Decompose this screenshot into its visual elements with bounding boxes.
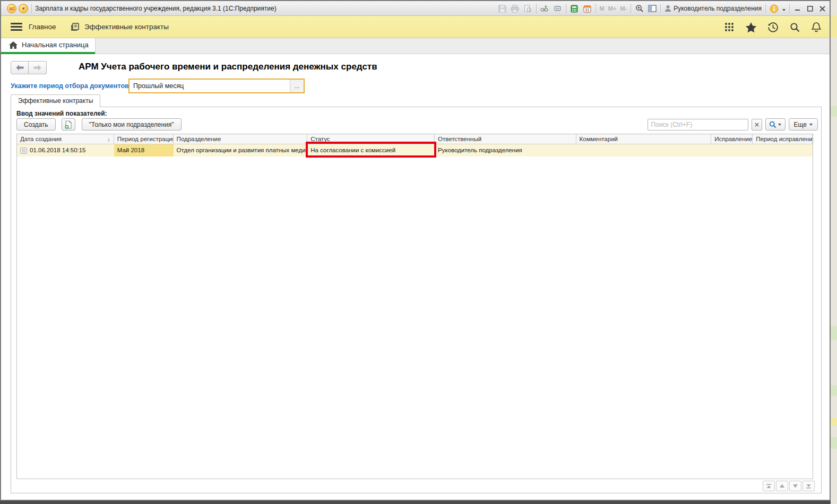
divider bbox=[596, 4, 596, 13]
maximize-button[interactable] bbox=[806, 4, 814, 13]
split-view-icon[interactable] bbox=[648, 4, 657, 13]
history-nav-group bbox=[11, 61, 47, 74]
info-chevron-icon[interactable] bbox=[782, 9, 786, 11]
close-button[interactable] bbox=[818, 4, 826, 13]
divider bbox=[536, 4, 537, 13]
background-window-sliver bbox=[831, 0, 837, 504]
calc-memory-add-button[interactable]: M+ bbox=[608, 5, 617, 12]
title-bar: 1С ▼ Зарплата и кадры государственного у… bbox=[1, 1, 830, 16]
documents-table: Дата создания ↓ Период регистрации Подра… bbox=[16, 134, 813, 479]
cell-department[interactable]: Отдел организации и развития платных мед… bbox=[174, 144, 308, 157]
search-icon[interactable] bbox=[789, 21, 800, 33]
cell-created[interactable]: 01.06.2018 14:50:15 bbox=[17, 144, 114, 157]
create-button[interactable]: Создать bbox=[16, 118, 56, 131]
save-icon[interactable] bbox=[498, 4, 507, 13]
divider bbox=[660, 4, 661, 13]
divider bbox=[31, 4, 32, 13]
user-icon bbox=[665, 5, 671, 12]
app-bar: Главное Эффективные контракты bbox=[1, 16, 830, 38]
period-filter-label: Укажите период отбора документов: bbox=[11, 82, 131, 90]
more-button[interactable]: Еще bbox=[789, 118, 818, 131]
chevron-down-icon bbox=[809, 124, 813, 126]
tab-effective-contracts[interactable]: Эффективные контракты bbox=[11, 94, 100, 107]
column-header-correction[interactable]: Исправление bbox=[711, 134, 753, 144]
create-copy-button[interactable] bbox=[62, 118, 75, 131]
table-header-row: Дата создания ↓ Период регистрации Подра… bbox=[17, 134, 813, 144]
period-filter-ellipsis-button[interactable]: ... bbox=[290, 80, 304, 92]
current-user-chip[interactable]: Руководитель подразделения bbox=[665, 5, 762, 12]
go-last-button[interactable] bbox=[803, 481, 815, 491]
divider bbox=[765, 4, 766, 13]
sections-icon[interactable] bbox=[70, 22, 80, 34]
table-row[interactable]: 01.06.2018 14:50:15 Май 2018 Отдел орган… bbox=[17, 144, 813, 157]
hamburger-menu-icon[interactable] bbox=[11, 23, 22, 31]
nav-back-button[interactable] bbox=[11, 61, 29, 74]
column-header-created[interactable]: Дата создания ↓ bbox=[17, 134, 114, 144]
effective-contracts-panel: Ввод значений показателей: Создать "Толь… bbox=[11, 107, 822, 493]
column-header-reg-period[interactable]: Период регистрации bbox=[114, 134, 174, 144]
search-options-button[interactable] bbox=[765, 118, 786, 131]
period-filter-field: ... bbox=[128, 79, 305, 93]
calc-memory-subtract-button[interactable]: M- bbox=[620, 5, 627, 12]
cell-correction-period[interactable] bbox=[753, 144, 813, 157]
app-window: 1С ▼ Зарплата и кадры государственного у… bbox=[0, 0, 831, 501]
search-input[interactable] bbox=[648, 119, 748, 131]
clear-search-button[interactable] bbox=[752, 119, 762, 131]
all-functions-grid-icon[interactable] bbox=[723, 21, 735, 33]
column-header-responsible[interactable]: Ответственный bbox=[435, 134, 576, 144]
chevron-down-icon bbox=[778, 124, 781, 126]
favorites-star-icon[interactable] bbox=[745, 21, 757, 33]
tab-home-page[interactable]: Начальная страница bbox=[1, 38, 96, 54]
calendar-icon[interactable]: 31 bbox=[583, 4, 592, 13]
cell-reg-period[interactable]: Май 2018 bbox=[114, 144, 174, 157]
period-filter-input[interactable] bbox=[130, 80, 290, 92]
system-menu-chevron-icon[interactable]: ▼ bbox=[19, 4, 28, 13]
home-icon bbox=[9, 41, 18, 51]
history-icon[interactable] bbox=[767, 21, 779, 33]
svg-text:31: 31 bbox=[585, 8, 589, 12]
close-icon bbox=[755, 123, 759, 127]
go-next-button[interactable] bbox=[789, 481, 801, 491]
info-icon[interactable] bbox=[770, 4, 779, 13]
cell-responsible[interactable]: Руководитель подразделения bbox=[435, 144, 576, 157]
divider bbox=[789, 4, 790, 13]
sort-descending-icon: ↓ bbox=[107, 134, 110, 144]
cell-status[interactable]: На согласовании с комиссией bbox=[307, 144, 435, 157]
column-header-correction-period[interactable]: Период исправления bbox=[753, 134, 813, 144]
section-effective-contracts[interactable]: Эффективные контракты bbox=[84, 16, 169, 38]
document-icon bbox=[20, 147, 27, 154]
calc-memory-recall-button[interactable]: M bbox=[600, 5, 605, 12]
window-tab-bar: Начальная страница bbox=[1, 38, 830, 54]
only-my-departments-button[interactable]: "Только мои подразделения" bbox=[82, 118, 182, 131]
cell-comment[interactable] bbox=[576, 144, 712, 157]
zoom-icon[interactable] bbox=[635, 4, 644, 13]
search-icon bbox=[769, 121, 776, 128]
tab-label: Начальная страница bbox=[22, 38, 89, 52]
notifications-bell-icon[interactable] bbox=[810, 21, 822, 33]
get-link-icon[interactable] bbox=[553, 4, 562, 13]
1c-logo-icon[interactable]: 1С bbox=[7, 4, 16, 13]
calculator-icon[interactable] bbox=[570, 4, 579, 13]
cell-correction[interactable] bbox=[711, 144, 753, 157]
more-label: Еще bbox=[794, 121, 807, 128]
divider bbox=[631, 4, 631, 13]
list-navigation-pad bbox=[763, 481, 815, 491]
page-title: АРМ Учета рабочего времени и распределен… bbox=[79, 62, 377, 72]
copy-document-icon bbox=[64, 120, 73, 129]
divider bbox=[566, 4, 566, 13]
column-header-comment[interactable]: Комментарий bbox=[576, 134, 712, 144]
nav-forward-button[interactable] bbox=[29, 61, 47, 74]
print-icon[interactable] bbox=[511, 4, 520, 13]
main-menu-item[interactable]: Главное bbox=[29, 16, 56, 38]
go-previous-button[interactable] bbox=[776, 481, 788, 491]
print-preview-icon[interactable] bbox=[523, 4, 532, 13]
list-toolbar: Создать "Только мои подразделения" Е bbox=[16, 118, 818, 132]
go-first-button[interactable] bbox=[763, 481, 775, 491]
user-name: Руководитель подразделения bbox=[674, 5, 762, 12]
go-to-link-icon[interactable] bbox=[540, 4, 549, 13]
minimize-button[interactable] bbox=[793, 4, 802, 13]
column-header-status[interactable]: Статус bbox=[307, 134, 435, 144]
column-header-department[interactable]: Подразделение bbox=[174, 134, 308, 144]
section-heading: Ввод значений показателей: bbox=[16, 110, 107, 117]
main-content: АРМ Учета рабочего времени и распределен… bbox=[1, 54, 830, 500]
